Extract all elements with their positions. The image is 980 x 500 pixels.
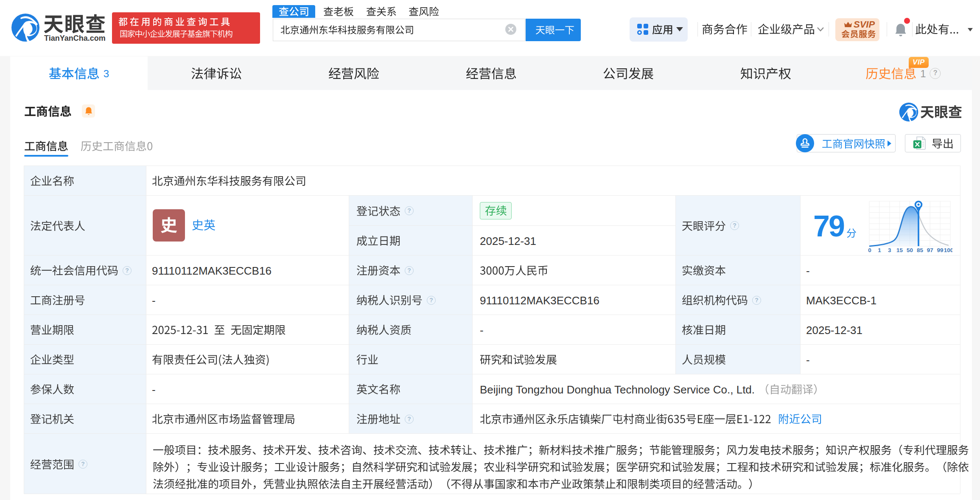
svg-text:3: 3 <box>888 247 891 253</box>
svg-text:100: 100 <box>944 247 952 253</box>
svg-text:99: 99 <box>937 247 944 253</box>
svg-text:97: 97 <box>927 247 933 253</box>
svg-text:1: 1 <box>878 247 881 253</box>
svg-text:0: 0 <box>868 247 871 253</box>
svg-text:85: 85 <box>917 247 924 253</box>
svg-text:50: 50 <box>907 247 913 253</box>
svg-text:15: 15 <box>896 247 903 253</box>
